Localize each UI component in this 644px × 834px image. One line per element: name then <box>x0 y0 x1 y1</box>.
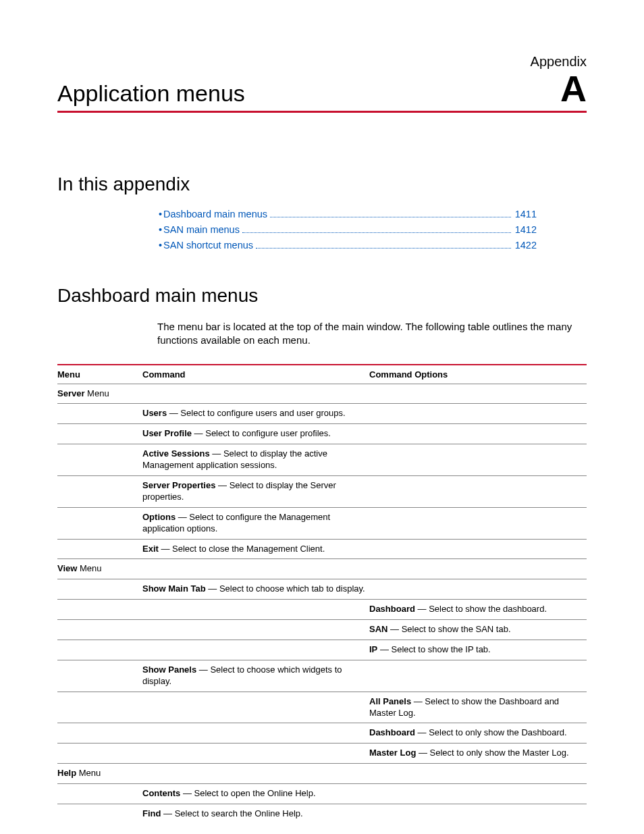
cell-options: SAN — Select to show the SAN tab. <box>369 620 587 640</box>
table-row: Dashboard — Select to only show the Dash… <box>57 723 587 744</box>
table-row: IP — Select to show the IP tab. <box>57 640 587 660</box>
cell-menu <box>57 600 142 620</box>
table-row: Users — Select to configure users and us… <box>57 404 587 424</box>
bullet-icon: • <box>159 224 162 235</box>
cell-options <box>369 539 587 559</box>
toc-item[interactable]: • SAN shortcut menus 1422 <box>159 240 537 251</box>
title-row: Application menus A <box>57 72 587 113</box>
section-dashboard-main-menus: Dashboard main menus <box>57 285 587 307</box>
toc-dots <box>270 217 511 217</box>
cell-options <box>369 804 587 823</box>
cell-menu <box>57 475 142 507</box>
bullet-icon: • <box>159 240 162 251</box>
cell-options <box>369 404 587 424</box>
cell-command <box>142 640 369 660</box>
cell-command <box>142 692 369 723</box>
cell-menu: View Menu <box>57 559 142 579</box>
bullet-icon: • <box>159 209 162 219</box>
page: Appendix Application menus A In this app… <box>0 0 644 834</box>
cell-options <box>369 384 587 404</box>
cell-command: Users — Select to configure users and us… <box>142 404 369 424</box>
table-row: SAN — Select to show the SAN tab. <box>57 620 587 640</box>
cell-options <box>369 784 587 804</box>
intro-paragraph: The menu bar is located at the top of th… <box>157 320 576 348</box>
table-header-row: Menu Command Command Options <box>57 365 587 384</box>
th-options: Command Options <box>369 365 587 384</box>
cell-menu <box>57 507 142 539</box>
cell-options <box>369 559 587 579</box>
cell-menu <box>57 723 142 744</box>
cell-menu <box>57 744 142 764</box>
table-row: Contents — Select to open the Online Hel… <box>57 784 587 804</box>
cell-command <box>142 559 369 579</box>
toc-item[interactable]: • Dashboard main menus 1411 <box>159 209 537 220</box>
cell-command <box>142 600 369 620</box>
cell-options <box>369 764 587 784</box>
table-row: Dashboard — Select to show the dashboard… <box>57 600 587 620</box>
cell-menu <box>57 620 142 640</box>
cell-command: Find — Select to search the Online Help. <box>142 804 369 823</box>
table-row: Server Menu <box>57 384 587 404</box>
table-row: All Panels — Select to show the Dashboar… <box>57 692 587 723</box>
cell-menu <box>57 579 142 600</box>
toc-label: SAN main menus <box>163 224 240 235</box>
toc-list: • Dashboard main menus 1411 • SAN main m… <box>159 209 537 251</box>
cell-menu <box>57 784 142 804</box>
toc-label: SAN shortcut menus <box>163 240 253 251</box>
toc-page: 1422 <box>515 240 537 251</box>
cell-command <box>142 723 369 744</box>
menu-table: Menu Command Command Options Server Menu… <box>57 364 587 824</box>
table-body: Server MenuUsers — Select to configure u… <box>57 384 587 824</box>
cell-menu: Server Menu <box>57 384 142 404</box>
table-row: Options — Select to configure the Manage… <box>57 507 587 539</box>
toc-dots <box>242 232 511 233</box>
toc-item[interactable]: • SAN main menus 1412 <box>159 224 537 236</box>
th-command: Command <box>142 365 369 384</box>
cell-options: Dashboard — Select to only show the Dash… <box>369 723 587 744</box>
table-row: Show Panels — Select to choose which wid… <box>57 660 587 692</box>
cell-options: Master Log — Select to only show the Mas… <box>369 744 587 764</box>
cell-command: Active Sessions — Select to display the … <box>142 444 369 476</box>
cell-command <box>142 764 369 784</box>
cell-command: Options — Select to configure the Manage… <box>142 507 369 539</box>
cell-options <box>369 424 587 444</box>
cell-command: Contents — Select to open the Online Hel… <box>142 784 369 804</box>
cell-command: Exit — Select to close the Management Cl… <box>142 539 369 559</box>
cell-menu: Help Menu <box>57 764 142 784</box>
appendix-label: Appendix <box>57 54 587 70</box>
cell-command: User Profile — Select to configure user … <box>142 424 369 444</box>
toc-page: 1412 <box>515 224 537 235</box>
page-title: Application menus <box>57 80 245 107</box>
table-row: Help Menu <box>57 764 587 784</box>
cell-command: Server Properties — Select to display th… <box>142 475 369 507</box>
cell-command <box>142 384 369 404</box>
cell-command <box>142 620 369 640</box>
cell-menu <box>57 444 142 476</box>
table-row: Find — Select to search the Online Help. <box>57 804 587 823</box>
cell-options: IP — Select to show the IP tab. <box>369 640 587 660</box>
cell-options <box>369 579 587 600</box>
toc-dots <box>256 248 511 249</box>
cell-options: All Panels — Select to show the Dashboar… <box>369 692 587 723</box>
cell-command <box>142 744 369 764</box>
cell-menu <box>57 660 142 692</box>
appendix-letter: A <box>560 72 587 105</box>
cell-options <box>369 507 587 539</box>
table-row: Server Properties — Select to display th… <box>57 475 587 507</box>
table-row: Show Main Tab — Select to choose which t… <box>57 579 587 600</box>
cell-command: Show Main Tab — Select to choose which t… <box>142 579 369 600</box>
section-in-this-appendix: In this appendix <box>57 174 587 195</box>
cell-menu <box>57 404 142 424</box>
cell-menu <box>57 424 142 444</box>
cell-menu <box>57 804 142 823</box>
table-row: View Menu <box>57 559 587 579</box>
cell-options <box>369 444 587 476</box>
cell-menu <box>57 692 142 723</box>
cell-menu <box>57 539 142 559</box>
th-menu: Menu <box>57 365 142 384</box>
cell-menu <box>57 640 142 660</box>
table-row: Exit — Select to close the Management Cl… <box>57 539 587 559</box>
cell-options: Dashboard — Select to show the dashboard… <box>369 600 587 620</box>
toc-label: Dashboard main menus <box>163 209 267 219</box>
table-row: User Profile — Select to configure user … <box>57 424 587 444</box>
